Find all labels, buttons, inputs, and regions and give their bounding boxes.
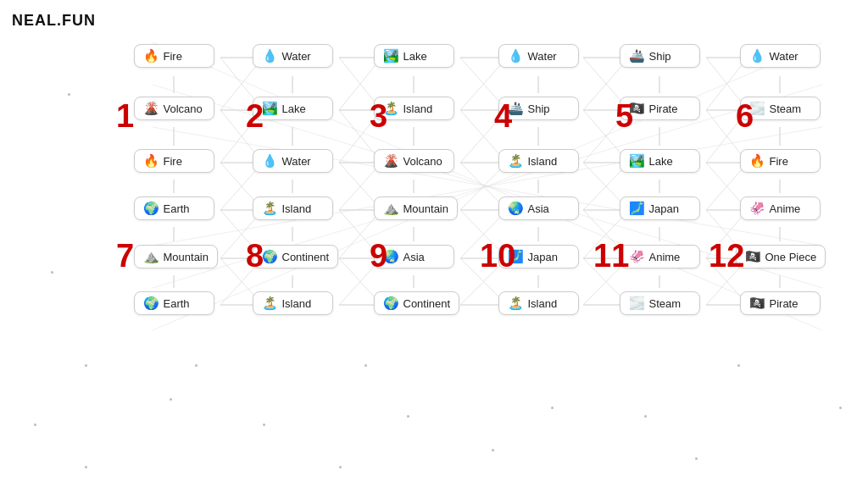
element-emoji: 🦑 bbox=[749, 201, 765, 216]
background-dot bbox=[839, 407, 842, 409]
element-card-c7[interactable]: 🌋Volcano bbox=[134, 97, 214, 120]
element-label: One Piece bbox=[765, 251, 817, 263]
element-card-c31[interactable]: 🌍Earth bbox=[134, 291, 214, 315]
element-label: Anime bbox=[649, 251, 681, 263]
element-label: Fire bbox=[164, 50, 182, 63]
background-dot bbox=[407, 415, 409, 418]
element-emoji: 🌍 bbox=[143, 201, 159, 216]
element-emoji: 🌍 bbox=[383, 296, 399, 311]
element-card-c18[interactable]: 🔥Fire bbox=[740, 149, 821, 173]
element-label: Island bbox=[403, 102, 433, 115]
background-dot bbox=[263, 423, 265, 426]
element-emoji: ⛰️ bbox=[143, 249, 159, 264]
element-label: Fire bbox=[770, 155, 788, 168]
element-card-c34[interactable]: 🏝️Island bbox=[498, 291, 579, 315]
element-emoji: 🌏 bbox=[508, 201, 524, 216]
element-emoji: 🏝️ bbox=[508, 296, 524, 311]
step-label-12: 12 bbox=[709, 240, 744, 272]
element-card-c1[interactable]: 🔥Fire bbox=[134, 44, 214, 68]
element-card-c8[interactable]: 🏞️Lake bbox=[253, 97, 333, 120]
element-emoji: 🗾 bbox=[629, 201, 645, 216]
element-card-c21[interactable]: ⛰️Mountain bbox=[374, 196, 458, 220]
element-card-c15[interactable]: 🌋Volcano bbox=[374, 149, 454, 173]
element-label: Mountain bbox=[403, 202, 448, 215]
step-label-8: 8 bbox=[246, 240, 264, 272]
background-dot bbox=[492, 449, 494, 451]
background-dot bbox=[364, 364, 367, 367]
element-label: Fire bbox=[164, 155, 182, 168]
background-dot bbox=[737, 364, 740, 367]
element-label: Asia bbox=[403, 251, 425, 263]
element-card-c19[interactable]: 🌍Earth bbox=[134, 196, 214, 220]
element-emoji: 🌋 bbox=[383, 153, 399, 169]
element-emoji: 🏞️ bbox=[629, 153, 645, 169]
step-label-11: 11 bbox=[593, 240, 629, 272]
element-emoji: 🏞️ bbox=[262, 101, 278, 116]
step-label-5: 5 bbox=[615, 100, 633, 132]
element-label: Volcano bbox=[164, 102, 203, 115]
element-card-c22[interactable]: 🌏Asia bbox=[498, 196, 579, 220]
logo: NEAL.FUN bbox=[12, 12, 96, 30]
element-emoji: 💧 bbox=[262, 153, 278, 169]
element-card-c23[interactable]: 🗾Japan bbox=[620, 196, 700, 220]
step-label-7: 7 bbox=[116, 240, 134, 272]
element-card-c16[interactable]: 🏝️Island bbox=[498, 149, 579, 173]
element-label: Lake bbox=[282, 102, 306, 115]
svg-line-115 bbox=[153, 127, 822, 246]
element-emoji: 🔥 bbox=[143, 153, 159, 169]
element-label: Asia bbox=[528, 202, 549, 215]
step-label-9: 9 bbox=[370, 240, 387, 272]
background-dot bbox=[85, 364, 87, 367]
background-dot bbox=[695, 457, 698, 460]
element-emoji: 🌍 bbox=[262, 249, 278, 264]
element-card-c4[interactable]: 💧Water bbox=[498, 44, 579, 68]
element-label: Ship bbox=[649, 50, 671, 63]
background-dot bbox=[68, 93, 70, 96]
element-card-c25[interactable]: ⛰️Mountain bbox=[134, 245, 218, 268]
background-dot bbox=[339, 466, 342, 468]
element-label: Pirate bbox=[649, 102, 678, 115]
element-label: Water bbox=[282, 50, 311, 63]
svg-line-114 bbox=[153, 127, 822, 246]
element-card-c29[interactable]: 🦑Anime bbox=[620, 245, 700, 268]
element-label: Earth bbox=[164, 297, 190, 310]
element-emoji: 💧 bbox=[508, 48, 524, 64]
element-emoji: 🚢 bbox=[629, 48, 645, 64]
element-card-c33[interactable]: 🌍Continent bbox=[374, 291, 460, 315]
element-card-c24[interactable]: 🦑Anime bbox=[740, 196, 821, 220]
element-card-c14[interactable]: 💧Water bbox=[253, 149, 333, 173]
element-card-c26[interactable]: 🌍Continent bbox=[253, 245, 339, 268]
element-label: Water bbox=[282, 155, 311, 168]
element-emoji: 🏞️ bbox=[383, 48, 399, 64]
element-emoji: 🏝️ bbox=[508, 153, 524, 169]
element-label: Water bbox=[770, 50, 798, 63]
step-label-10: 10 bbox=[480, 240, 515, 272]
element-label: Island bbox=[282, 202, 312, 215]
element-label: Pirate bbox=[770, 297, 798, 310]
background-dot bbox=[51, 271, 53, 274]
element-label: Continent bbox=[282, 251, 330, 263]
element-card-c20[interactable]: 🏝️Island bbox=[253, 196, 333, 220]
element-label: Steam bbox=[649, 297, 682, 310]
element-label: Island bbox=[282, 297, 312, 310]
element-card-c30[interactable]: 🏴‍☠️One Piece bbox=[736, 245, 826, 268]
element-label: Continent bbox=[403, 297, 451, 310]
element-label: Anime bbox=[770, 202, 801, 215]
element-card-c13[interactable]: 🔥Fire bbox=[134, 149, 214, 173]
element-card-c17[interactable]: 🏞️Lake bbox=[620, 149, 700, 173]
element-emoji: 🌍 bbox=[143, 296, 159, 311]
element-emoji: 🔥 bbox=[143, 48, 159, 64]
element-card-c5[interactable]: 🚢Ship bbox=[620, 44, 700, 68]
element-card-c32[interactable]: 🏝️Island bbox=[253, 291, 333, 315]
element-card-c6[interactable]: 💧Water bbox=[740, 44, 821, 68]
background-dot bbox=[85, 466, 87, 468]
element-card-c3[interactable]: 🏞️Lake bbox=[374, 44, 454, 68]
element-label: Ship bbox=[528, 102, 550, 115]
element-label: Volcano bbox=[403, 155, 442, 168]
element-card-c36[interactable]: 🏴‍☠️Pirate bbox=[740, 291, 821, 315]
element-card-c35[interactable]: 🌫️Steam bbox=[620, 291, 700, 315]
element-emoji: 🌫️ bbox=[629, 296, 645, 311]
element-card-c2[interactable]: 💧Water bbox=[253, 44, 333, 68]
background-dot bbox=[644, 415, 647, 418]
svg-line-110 bbox=[153, 42, 822, 330]
